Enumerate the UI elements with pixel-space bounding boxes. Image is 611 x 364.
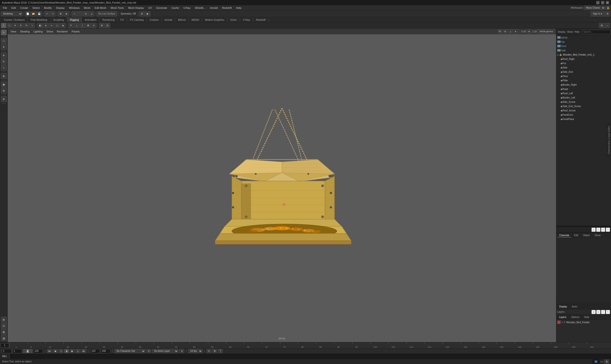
- scale-tool-btn[interactable]: ⤡: [30, 23, 35, 28]
- vp-camera-btn[interactable]: 📷: [498, 29, 502, 34]
- layers-btn1[interactable]: ◈: [591, 310, 596, 314]
- menu-modify[interactable]: Modify: [42, 6, 54, 10]
- step-back-btn[interactable]: ◀: [53, 349, 57, 353]
- ik-handle-btn[interactable]: ⊥: [74, 23, 79, 28]
- tab-sculpting[interactable]: Sculpting: [50, 17, 67, 22]
- sublayers-tab-help[interactable]: Help: [582, 315, 591, 319]
- menu-3dtoall[interactable]: 3DtoAll…: [193, 6, 208, 10]
- snap-to-surface-btn[interactable]: ⊿: [89, 11, 94, 16]
- render-btn[interactable]: ▶: [145, 11, 150, 16]
- layer-item-wooden-bird-feeder[interactable]: V P Wooden_Bird_Feeder: [556, 320, 611, 325]
- outliner-item-floor[interactable]: ◆ Floor: [556, 74, 611, 78]
- new-scene-btn[interactable]: 📄: [25, 11, 30, 16]
- cb-tab-edit[interactable]: Edit: [572, 234, 580, 237]
- goto-start-btn[interactable]: ⏮: [47, 349, 52, 353]
- tab-poly-modeling[interactable]: Poly Modeling: [28, 17, 50, 22]
- grid-btn[interactable]: ⊞: [599, 23, 604, 28]
- frame-end-input[interactable]: [33, 349, 43, 353]
- undo-btn[interactable]: ↩: [44, 11, 50, 16]
- tab-arnold[interactable]: Arnold: [162, 17, 175, 22]
- tab-vray[interactable]: V-Ray: [240, 17, 253, 22]
- vp-menu-renderer[interactable]: Renderer: [55, 30, 69, 33]
- lasso-tool[interactable]: ⬠: [1, 38, 7, 44]
- menu-generate[interactable]: Generate: [154, 6, 169, 10]
- fps-dropdown[interactable]: 24 fps: [188, 349, 203, 353]
- quick-sel-sets[interactable]: ⊞: [1, 317, 7, 323]
- live-surface-btn[interactable]: No Live Surface: [97, 11, 117, 16]
- soft-mod-tool[interactable]: ◉: [1, 82, 7, 87]
- ik-spline-btn[interactable]: ∫: [80, 23, 85, 28]
- outliner-item-rope[interactable]: ◆ Rope: [556, 87, 611, 91]
- outliner-item-side-end[interactable]: ◆ Side_End: [556, 70, 611, 74]
- joint-tool-btn[interactable]: ✝: [68, 23, 74, 28]
- vp-wireframe-btn[interactable]: ◻: [508, 29, 513, 34]
- menu-mesh-tools[interactable]: Mesh Tools: [109, 6, 126, 10]
- paint-sel-tool[interactable]: ✦: [1, 44, 7, 50]
- vp-colorspace-btn[interactable]: sRGB gamma: [538, 29, 555, 34]
- script-type-indicator[interactable]: MEL: [0, 354, 10, 359]
- outliner-item-roof-left[interactable]: ◆ Roof_Left: [556, 91, 611, 95]
- tab-redshift[interactable]: Redshift: [253, 17, 269, 22]
- menu-edit-mesh[interactable]: Edit Mesh: [93, 6, 108, 10]
- step-fwd-btn[interactable]: ▷: [76, 349, 81, 353]
- tab-custom[interactable]: Custom: [147, 17, 162, 22]
- lasso-select-btn[interactable]: ⬠: [7, 23, 12, 28]
- menu-select[interactable]: Select: [30, 6, 42, 10]
- menu-edit[interactable]: Edit: [10, 6, 18, 10]
- universal-manip[interactable]: ⊕: [1, 73, 7, 79]
- outliner-item-feedcorn[interactable]: ◆ FeedCorn: [556, 113, 611, 117]
- transform-btn[interactable]: ↔: [605, 23, 610, 28]
- layers-tab-display[interactable]: Display: [557, 305, 569, 308]
- cb-tab-object[interactable]: Object: [581, 234, 592, 237]
- vp-menu-view[interactable]: View: [9, 30, 18, 33]
- bottom-right-btn[interactable]: ⊞: [604, 360, 609, 364]
- menu-create[interactable]: Create: [18, 6, 30, 10]
- outliner-item-fur[interactable]: ◆ Fur: [556, 61, 611, 65]
- vp-grid-btn[interactable]: ⊞: [503, 29, 507, 34]
- character-set-dropdown[interactable]: No Character Set: [114, 349, 145, 353]
- tab-motion-graphics[interactable]: Motion Graphics: [202, 17, 227, 22]
- component-mode-btn[interactable]: ◧: [38, 23, 43, 28]
- rotate-tool-btn[interactable]: ↻: [24, 23, 29, 28]
- tab-fx[interactable]: FX: [118, 17, 127, 22]
- show-manip-tool[interactable]: ⊚: [1, 96, 7, 102]
- settings-anim-btn[interactable]: ⚙: [212, 349, 217, 353]
- vp-menu-shading[interactable]: Shading: [19, 30, 31, 33]
- cb-icon3[interactable]: ⊙: [601, 228, 605, 232]
- outliner-item-top[interactable]: top: [556, 39, 611, 44]
- open-scene-btn[interactable]: 📂: [31, 11, 36, 16]
- display-all-btn[interactable]: ⊞: [99, 23, 104, 28]
- attr-editor[interactable]: ⊡: [1, 323, 7, 329]
- workspace-dropdown[interactable]: Maya Classic: [584, 6, 605, 10]
- cb-icon4[interactable]: ✎: [606, 228, 610, 232]
- tab-fx-caching[interactable]: FX Caching: [127, 17, 147, 22]
- char-set-expand-btn[interactable]: ▾: [146, 349, 151, 353]
- sublayers-tab-layers[interactable]: Layers: [557, 315, 568, 319]
- outliner-item-side-screw[interactable]: ◆ Side_Screw: [556, 100, 611, 104]
- menu-arnold[interactable]: Arnold: [208, 6, 220, 10]
- vp-coord-btn[interactable]: ⊕: [527, 29, 531, 34]
- tool-settings[interactable]: ⊠: [1, 329, 7, 335]
- current-frame-input[interactable]: [0, 343, 9, 348]
- tab-bifrost[interactable]: Bifrost: [175, 17, 189, 22]
- move-tool-btn[interactable]: ✛: [18, 23, 23, 28]
- tab-animation[interactable]: Animation: [82, 17, 100, 22]
- menu-mesh[interactable]: Mesh: [82, 6, 92, 10]
- timeline-ruler[interactable]: 1 5 10 15 20 25 30 35 40: [10, 342, 611, 348]
- menu-vray[interactable]: V-Ray: [181, 6, 192, 10]
- layers-list[interactable]: V P Wooden_Bird_Feeder: [556, 320, 611, 342]
- outliner-item-pillar[interactable]: ◆ Pillar: [556, 78, 611, 82]
- play-fwd-btn[interactable]: ▶: [70, 349, 75, 353]
- outliner-item-roof-right[interactable]: ◆ Roof_Right: [556, 57, 611, 61]
- anim-range-end-input[interactable]: [101, 349, 110, 353]
- keyframe-btn[interactable]: ⊙: [206, 349, 211, 353]
- menu-cache[interactable]: Cache: [170, 6, 181, 10]
- minimize-button[interactable]: —: [596, 1, 599, 4]
- outliner-root-group[interactable]: ▷ Wooden_Bird_Feeder_ncl1_1: [556, 52, 611, 57]
- menu-help[interactable]: Help: [234, 6, 243, 10]
- menu-redshift[interactable]: Redshift: [220, 6, 233, 10]
- render-settings-btn[interactable]: ⚙: [139, 11, 145, 16]
- rotate-tool[interactable]: ↻: [1, 59, 7, 65]
- vp-smooth-btn[interactable]: ●: [514, 29, 518, 34]
- stop-btn[interactable]: ■: [64, 349, 69, 353]
